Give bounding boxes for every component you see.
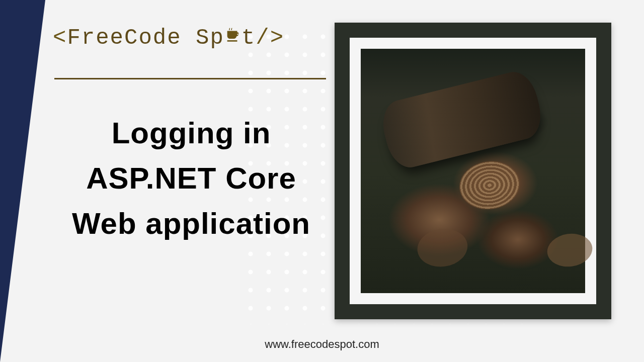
- logo-word-b: Sp: [196, 25, 224, 50]
- site-logo: <FreeCode Spt/>: [53, 25, 284, 50]
- title-line-3: Web application: [55, 201, 327, 246]
- coffee-cup-icon: [224, 25, 242, 50]
- corner-wedge: [0, 0, 45, 362]
- logo-underline: [54, 78, 326, 79]
- hero-image: [361, 49, 585, 293]
- title-line-1: Logging in: [55, 111, 327, 156]
- site-url: www.freecodespot.com: [0, 338, 644, 351]
- logo-word-a: FreeCode: [67, 25, 181, 50]
- hero-image-frame: [335, 23, 611, 319]
- angle-close: />: [256, 25, 284, 50]
- promo-card: <FreeCode Spt/> Logging in ASP.NET Core …: [0, 0, 644, 362]
- angle-open: <: [53, 25, 67, 50]
- logo-word-c: t: [242, 25, 256, 50]
- title-line-2: ASP.NET Core: [55, 156, 327, 201]
- article-title: Logging in ASP.NET Core Web application: [55, 111, 327, 246]
